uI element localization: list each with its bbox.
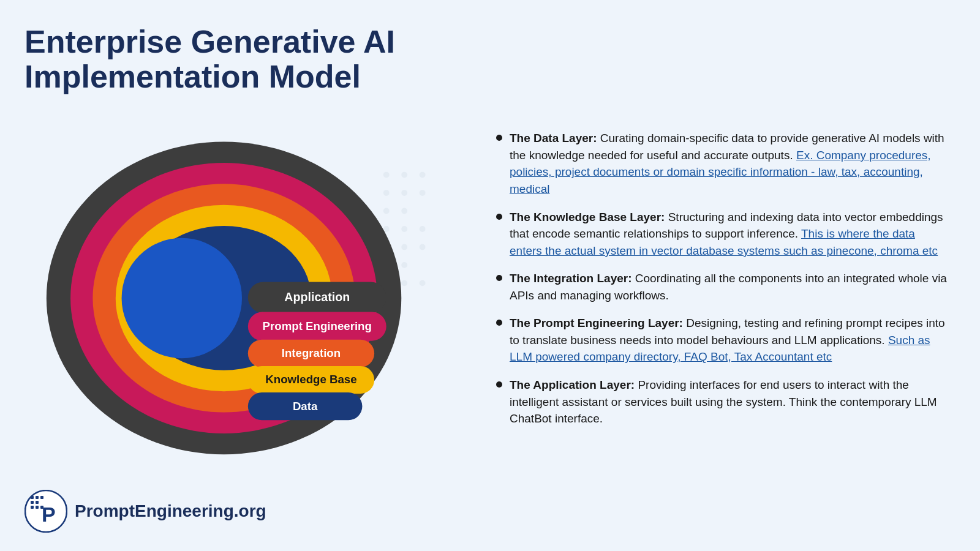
- svg-point-4: [401, 190, 407, 196]
- bullet-term: The Prompt Engineering Layer:: [510, 317, 683, 329]
- svg-text:Integration: Integration: [282, 347, 341, 359]
- bullet-content: The Integration Layer: Coordinating all …: [510, 270, 949, 304]
- logo-icon: P: [24, 490, 67, 533]
- svg-point-1: [401, 172, 407, 178]
- bullet-content: The Application Layer: Providing interfa…: [510, 377, 949, 427]
- logo-area: P PromptEngineering.org: [24, 490, 459, 533]
- bullet-dot: [496, 320, 502, 326]
- bullet-dot: [496, 381, 502, 388]
- svg-point-10: [420, 226, 426, 232]
- svg-point-15: [401, 262, 407, 268]
- svg-point-5: [420, 190, 426, 196]
- list-item: The Prompt Engineering Layer: Designing,…: [496, 315, 949, 365]
- list-item: The Application Layer: Providing interfa…: [496, 377, 949, 427]
- list-item: The Data Layer: Curating domain-specific…: [496, 130, 949, 197]
- list-item: The Knowledge Base Layer: Structuring an…: [496, 209, 949, 260]
- page-title: Enterprise Generative AI Implementation …: [24, 24, 459, 94]
- svg-rect-42: [36, 506, 39, 509]
- svg-point-17: [401, 280, 407, 287]
- svg-point-12: [401, 244, 407, 250]
- svg-rect-40: [36, 501, 39, 504]
- bullet-term: The Integration Layer:: [510, 272, 632, 285]
- svg-point-3: [383, 190, 390, 196]
- svg-text:Prompt Engineering: Prompt Engineering: [263, 320, 372, 332]
- right-panel: The Data Layer: Curating domain-specific…: [478, 0, 980, 551]
- svg-point-24: [122, 238, 242, 358]
- diagram-svg: Application Prompt Engineering Integrati…: [34, 127, 450, 463]
- svg-point-7: [401, 208, 407, 214]
- bullet-content: The Data Layer: Curating domain-specific…: [510, 130, 949, 197]
- bullet-dot: [496, 275, 502, 281]
- left-panel: Enterprise Generative AI Implementation …: [0, 0, 478, 551]
- bullet-term: The Data Layer:: [510, 132, 597, 144]
- bullet-term: The Application Layer:: [510, 378, 635, 391]
- svg-text:Knowledge Base: Knowledge Base: [265, 373, 356, 386]
- svg-point-18: [420, 280, 426, 287]
- list-item: The Integration Layer: Coordinating all …: [496, 270, 949, 304]
- bullet-list: The Data Layer: Curating domain-specific…: [496, 130, 949, 427]
- svg-rect-38: [40, 496, 43, 499]
- svg-rect-37: [36, 496, 39, 499]
- bullet-dot: [496, 135, 502, 141]
- svg-point-6: [383, 208, 390, 214]
- svg-text:Application: Application: [284, 290, 350, 304]
- svg-point-8: [383, 226, 390, 232]
- svg-rect-41: [31, 506, 34, 509]
- svg-text:P: P: [42, 503, 56, 526]
- logo-text: PromptEngineering.org: [75, 501, 266, 521]
- svg-point-0: [383, 172, 390, 178]
- svg-point-13: [420, 244, 426, 250]
- bullet-content: The Knowledge Base Layer: Structuring an…: [510, 209, 949, 260]
- bullet-term: The Knowledge Base Layer:: [510, 211, 665, 223]
- diagram-container: Application Prompt Engineering Integrati…: [24, 107, 459, 484]
- svg-rect-36: [31, 496, 34, 499]
- bullet-dot: [496, 214, 502, 220]
- svg-point-2: [420, 172, 426, 178]
- svg-rect-39: [31, 501, 34, 504]
- bullet-content: The Prompt Engineering Layer: Designing,…: [510, 315, 949, 365]
- svg-text:Data: Data: [293, 400, 318, 413]
- svg-point-9: [401, 226, 407, 232]
